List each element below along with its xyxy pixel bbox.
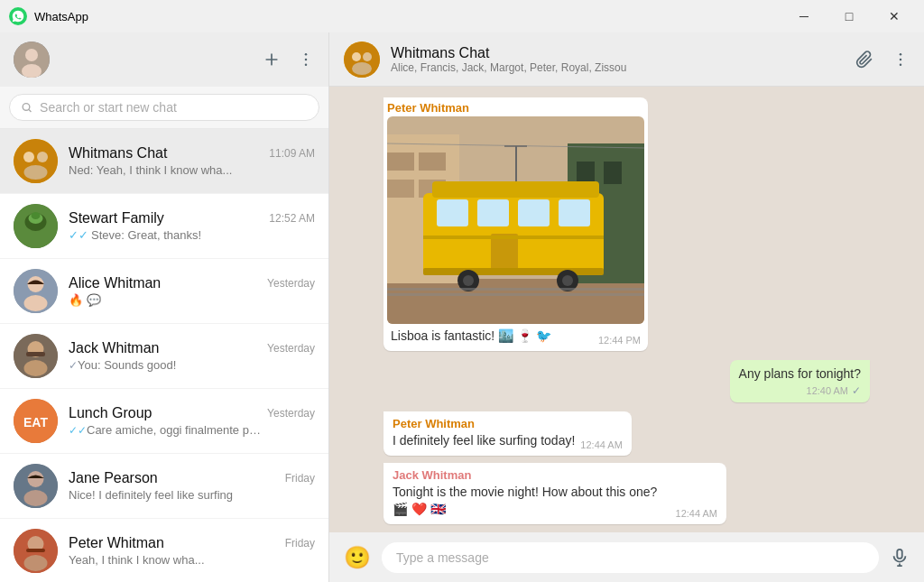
emoji-button[interactable]: 🙂 bbox=[344, 545, 371, 570]
minimize-button[interactable]: ─ bbox=[783, 0, 825, 32]
chat-header-avatar[interactable] bbox=[344, 42, 380, 78]
chat-more-icon bbox=[892, 51, 910, 69]
more-options-button[interactable] bbox=[297, 51, 315, 69]
chat-content: Whitmans Chat 11:09 AM Ned: Yeah, I thin… bbox=[69, 145, 315, 177]
chat-item-jack[interactable]: Jack Whitman Yesterday ✓You: Sounds good… bbox=[0, 324, 328, 389]
svg-point-9 bbox=[23, 152, 34, 162]
sidebar-actions bbox=[263, 51, 315, 69]
svg-rect-60 bbox=[423, 236, 604, 239]
mic-button[interactable] bbox=[890, 548, 910, 568]
sidebar-header bbox=[0, 32, 328, 87]
main-chat: Whitmans Chat Alice, Francis, Jack, Marg… bbox=[329, 32, 924, 582]
chat-content: Jack Whitman Yesterday ✓You: Sounds good… bbox=[69, 340, 315, 372]
chat-time: Yesterday bbox=[267, 407, 315, 420]
svg-point-27 bbox=[24, 490, 48, 506]
chat-preview: Ned: Yeah, I think I know wha... bbox=[69, 163, 267, 177]
message-time: 12:44 AM bbox=[676, 508, 717, 519]
chat-item-whitmans[interactable]: Whitmans Chat 11:09 AM Ned: Yeah, I thin… bbox=[0, 129, 328, 194]
plus-icon bbox=[263, 51, 281, 69]
svg-rect-71 bbox=[897, 549, 902, 558]
attach-button[interactable] bbox=[855, 51, 873, 69]
chat-top: Jack Whitman Yesterday bbox=[69, 340, 315, 356]
chat-avatar bbox=[14, 464, 58, 508]
chat-time: 12:52 AM bbox=[269, 212, 315, 225]
message-bubble[interactable]: Peter Whitman bbox=[383, 97, 648, 351]
titlebar: WhatsApp ─ □ ✕ bbox=[0, 0, 924, 32]
svg-point-21 bbox=[24, 360, 48, 376]
search-bar bbox=[0, 87, 328, 129]
svg-point-5 bbox=[305, 59, 308, 61]
svg-rect-45 bbox=[387, 152, 414, 171]
chat-content: Alice Whitman Yesterday 🔥 💬 bbox=[69, 275, 315, 307]
chat-top: Stewart Family 12:52 AM bbox=[69, 210, 315, 226]
tram-image bbox=[387, 116, 644, 324]
message-bubble[interactable]: Peter Whitman I definitely feel like sur… bbox=[383, 411, 632, 456]
mic-icon bbox=[890, 548, 910, 568]
chat-item-alice[interactable]: Alice Whitman Yesterday 🔥 💬 bbox=[0, 259, 328, 324]
svg-rect-51 bbox=[604, 162, 622, 184]
svg-point-65 bbox=[562, 275, 573, 286]
chat-item-jane[interactable]: Jane Pearson Friday Nice! I definitely f… bbox=[0, 454, 328, 519]
jane-avatar-img bbox=[14, 464, 58, 508]
svg-rect-47 bbox=[387, 180, 414, 198]
search-input[interactable] bbox=[40, 100, 308, 115]
chat-header: Whitmans Chat Alice, Francis, Jack, Marg… bbox=[329, 32, 924, 87]
search-input-wrap bbox=[9, 94, 319, 121]
svg-point-6 bbox=[305, 64, 308, 67]
chat-top: Lunch Group Yesterday bbox=[69, 405, 315, 421]
lunch-avatar-img: EAT bbox=[14, 399, 58, 443]
svg-point-7 bbox=[23, 104, 30, 111]
chat-more-button[interactable] bbox=[892, 51, 910, 69]
tick-icon: ✓✓ bbox=[69, 424, 87, 437]
svg-rect-56 bbox=[477, 199, 509, 226]
message-bubble[interactable]: Any plans for tonight? 12:40 AM ✓ bbox=[730, 360, 870, 403]
chat-top: Whitmans Chat 11:09 AM bbox=[69, 145, 315, 162]
svg-point-15 bbox=[32, 212, 41, 219]
chat-header-info: Whitmans Chat Alice, Francis, Jack, Marg… bbox=[391, 45, 845, 74]
svg-point-40 bbox=[900, 58, 902, 60]
chat-header-name: Whitmans Chat bbox=[391, 45, 845, 61]
chat-item-peter[interactable]: Peter Whitman Friday Yeah, I think I kno… bbox=[0, 519, 328, 582]
svg-rect-55 bbox=[437, 199, 468, 226]
whatsapp-logo bbox=[9, 7, 27, 25]
chat-name: Whitmans Chat bbox=[69, 145, 167, 162]
message-peter-surfing: Peter Whitman I definitely feel like sur… bbox=[383, 411, 870, 456]
chat-name: Peter Whitman bbox=[69, 535, 164, 551]
app-body: Whitmans Chat 11:09 AM Ned: Yeah, I thin… bbox=[0, 32, 924, 582]
sidebar: Whitmans Chat 11:09 AM Ned: Yeah, I thin… bbox=[0, 32, 329, 582]
user-avatar[interactable] bbox=[14, 42, 50, 78]
chat-list: Whitmans Chat 11:09 AM Ned: Yeah, I thin… bbox=[0, 129, 328, 582]
chat-time: Friday bbox=[285, 537, 315, 550]
chat-item-lunch[interactable]: EAT Lunch Group Yesterday ✓✓Care amiche,… bbox=[0, 389, 328, 454]
maximize-button[interactable]: □ bbox=[828, 0, 870, 32]
user-avatar-img bbox=[14, 42, 50, 78]
chat-time: Yesterday bbox=[267, 342, 315, 355]
message-sender: Jack Whitman bbox=[393, 468, 717, 482]
svg-point-4 bbox=[305, 53, 308, 56]
close-button[interactable]: ✕ bbox=[873, 0, 915, 32]
chat-name: Jack Whitman bbox=[69, 340, 159, 356]
message-input[interactable] bbox=[382, 542, 879, 573]
new-chat-button[interactable] bbox=[263, 51, 281, 69]
svg-point-26 bbox=[28, 471, 44, 487]
chat-content: Peter Whitman Friday Yeah, I think I kno… bbox=[69, 535, 315, 567]
chat-name: Alice Whitman bbox=[69, 275, 161, 291]
more-icon bbox=[297, 51, 315, 69]
app-title: WhatsApp bbox=[34, 10, 88, 23]
peter-avatar-img bbox=[14, 529, 58, 573]
svg-point-39 bbox=[900, 52, 902, 55]
chat-header-avatar-img bbox=[344, 42, 380, 78]
chat-item-stewart[interactable]: Stewart Family 12:52 AM ✓✓Steve: Great, … bbox=[0, 194, 328, 259]
chat-content: Lunch Group Yesterday ✓✓Care amiche, ogg… bbox=[69, 405, 315, 437]
chat-preview: 🔥 💬 bbox=[69, 293, 267, 307]
svg-point-41 bbox=[900, 63, 902, 66]
message-bubble[interactable]: Jack Whitman Tonight is the movie night!… bbox=[383, 463, 726, 524]
message-text: I definitely feel like surfing today! bbox=[393, 432, 575, 450]
emoji-icon: 🙂 bbox=[344, 545, 371, 570]
window-controls: ─ □ ✕ bbox=[783, 0, 915, 32]
svg-rect-66 bbox=[387, 288, 644, 291]
message-text: Tonight is the movie night! How about th… bbox=[393, 484, 670, 519]
svg-point-2 bbox=[25, 49, 38, 61]
chat-name: Jane Pearson bbox=[69, 470, 158, 486]
chat-name: Stewart Family bbox=[69, 210, 164, 226]
